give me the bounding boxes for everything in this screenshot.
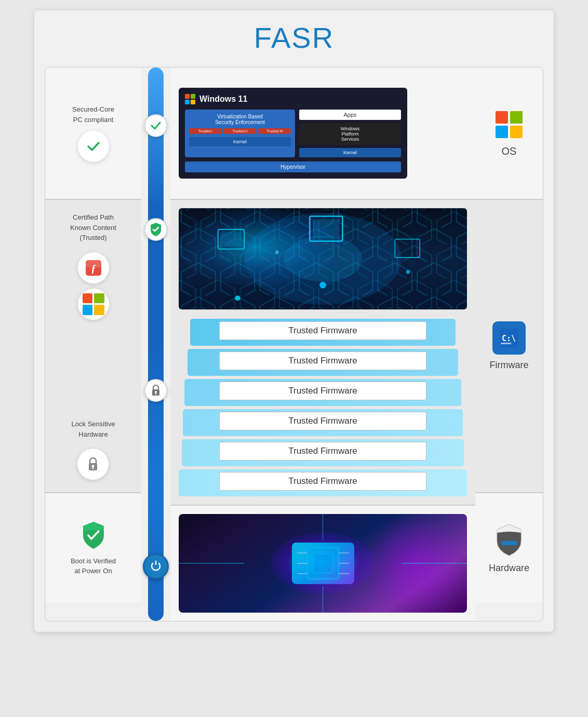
os-left: Secured-CorePC compliant bbox=[45, 67, 141, 200]
blue-bar-column bbox=[141, 67, 170, 621]
firmware-layer-2: Trusted Firmware bbox=[179, 346, 467, 376]
svg-point-23 bbox=[284, 236, 362, 281]
win-vbs-label: Virtualization BasedSecurity Enforcement bbox=[189, 114, 291, 125]
page-wrapper: FASR Secured-CorePC compliant Certified … bbox=[34, 10, 554, 632]
certified-path-group: Certified PathKnown Content(Trusted) ƒ bbox=[70, 212, 116, 320]
fw-label-1: Trusted Firmware bbox=[219, 321, 427, 340]
hardware-left: Boot is Verifiedat Power On bbox=[45, 493, 141, 602]
firmware-layer-1: Trusted Firmware bbox=[179, 316, 467, 346]
svg-point-20 bbox=[406, 270, 410, 274]
firmware-layer-6: Trusted Firmware bbox=[179, 466, 467, 496]
ms-logo-icon bbox=[78, 289, 109, 320]
windows-logo-mini bbox=[185, 94, 195, 104]
firmware-right-label: Firmware bbox=[490, 360, 529, 371]
bar-power-icon bbox=[143, 553, 169, 579]
win-trusted-row: Trusted I Trusted II Trusted III bbox=[189, 128, 291, 134]
lock-group: Lock SensitiveHardware bbox=[72, 419, 115, 480]
bar-check-icon bbox=[144, 114, 167, 137]
red-cube-icon: ƒ bbox=[78, 252, 109, 283]
right-icons-column: OS C:\ Firmware bbox=[475, 67, 543, 621]
windows-title-text: Windows 11 bbox=[199, 94, 247, 104]
certified-label: Certified PathKnown Content(Trusted) bbox=[70, 212, 116, 243]
green-shield-icon bbox=[80, 520, 107, 551]
os-left-label: Secured-CorePC compliant bbox=[72, 104, 114, 125]
firmware-layer-5: Trusted Firmware bbox=[179, 436, 467, 466]
os-section: Windows 11 Virtualization BasedSecurity … bbox=[170, 67, 475, 200]
firmware-section: Trusted Firmware Trusted Firmware Truste… bbox=[170, 200, 475, 506]
fw-label-3: Trusted Firmware bbox=[219, 382, 427, 400]
win-left-panel: Virtualization BasedSecurity Enforcement… bbox=[185, 110, 295, 157]
hardware-left-label: Boot is Verifiedat Power On bbox=[71, 556, 116, 576]
firmware-right: C:\ Firmware bbox=[475, 200, 543, 493]
hardware-right: Hardware bbox=[475, 493, 543, 602]
firmware-layers-stack: Trusted Firmware Trusted Firmware Truste… bbox=[179, 316, 467, 496]
win-trusted-1: Trusted I bbox=[189, 128, 222, 134]
win-trusted-2: Trusted II bbox=[224, 128, 257, 134]
windows-logo-right bbox=[493, 109, 525, 140]
lock-label: Lock SensitiveHardware bbox=[72, 419, 115, 439]
hardware-right-label: Hardware bbox=[489, 563, 529, 574]
windows-visual: Windows 11 Virtualization BasedSecurity … bbox=[179, 88, 407, 179]
win-kernel-2: Kernel bbox=[299, 148, 401, 157]
win-platform-services: WindowsPlatformServices bbox=[299, 123, 401, 145]
os-right: OS bbox=[475, 67, 543, 200]
fw-label-4: Trusted Firmware bbox=[219, 412, 427, 430]
windows-title-bar: Windows 11 bbox=[185, 94, 401, 104]
left-labels-column: Secured-CorePC compliant Certified PathK… bbox=[45, 67, 141, 621]
hardware-shield-icon bbox=[493, 522, 525, 558]
cmd-icon: C:\ bbox=[492, 321, 526, 355]
chip-visual bbox=[179, 514, 467, 613]
win-apps-label: Apps bbox=[299, 110, 401, 120]
lock-icon bbox=[77, 449, 109, 480]
fw-label-6: Trusted Firmware bbox=[219, 472, 427, 491]
checkmark-icon bbox=[78, 131, 109, 162]
firmware-layer-4: Trusted Firmware bbox=[179, 406, 467, 436]
page-title: FASR bbox=[45, 21, 543, 55]
network-visual bbox=[179, 208, 467, 309]
firmware-layer-3: Trusted Firmware bbox=[179, 376, 467, 406]
svg-text:C:\: C:\ bbox=[502, 334, 516, 343]
center-content: Windows 11 Virtualization BasedSecurity … bbox=[170, 67, 475, 621]
win-hypervisor: Hypervisor bbox=[185, 161, 401, 172]
svg-rect-14 bbox=[221, 232, 242, 247]
firmware-left: Certified PathKnown Content(Trusted) ƒ bbox=[45, 200, 141, 493]
win-inner: Virtualization BasedSecurity Enforcement… bbox=[185, 110, 401, 157]
os-right-label: OS bbox=[502, 145, 517, 157]
win-kernel-1: Kernel bbox=[189, 137, 291, 146]
svg-rect-2 bbox=[86, 260, 101, 267]
fw-label-2: Trusted Firmware bbox=[219, 351, 427, 370]
hardware-section bbox=[170, 506, 475, 621]
svg-point-18 bbox=[235, 295, 240, 301]
svg-rect-38 bbox=[501, 343, 511, 344]
win-right-panel: Apps WindowsPlatformServices Kernel bbox=[299, 110, 401, 157]
svg-rect-39 bbox=[501, 541, 517, 545]
win-trusted-3: Trusted III bbox=[258, 128, 291, 134]
fw-label-5: Trusted Firmware bbox=[219, 442, 427, 461]
bar-lock-icon bbox=[144, 379, 167, 402]
bar-shield-icon bbox=[144, 218, 167, 241]
